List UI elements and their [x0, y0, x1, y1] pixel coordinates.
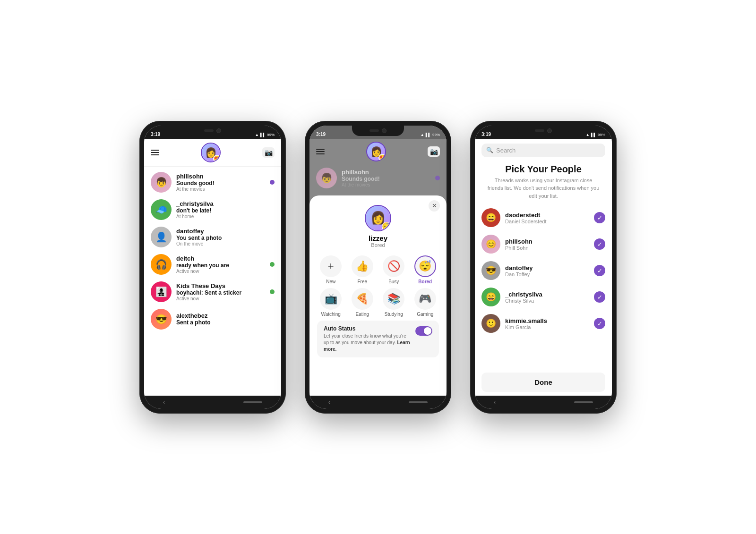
bg-msg-status: At the movies: [342, 182, 430, 187]
msg-status-1: At the movies: [176, 186, 265, 192]
person-check-1[interactable]: ✓: [594, 212, 605, 223]
status-free[interactable]: 👍 Free: [349, 255, 377, 284]
person-display-2: Phill Sohn: [505, 245, 589, 251]
back-button-3[interactable]: ‹: [494, 399, 496, 406]
status-label-gaming: Gaming: [417, 312, 433, 317]
people-item[interactable]: 😄 _christysilva Christy Silva ✓: [475, 284, 612, 310]
busy-icon: 🚫: [383, 255, 404, 277]
done-button[interactable]: Done: [481, 373, 605, 392]
modal-current-status: Bored: [371, 242, 385, 248]
status-label-eating: Eating: [356, 312, 369, 317]
status-time-2: 3:19: [316, 132, 326, 137]
header-avatar-area: 👩 😍: [201, 143, 221, 162]
msg-preview-3: You sent a photo: [176, 235, 275, 241]
auto-status-toggle[interactable]: [415, 326, 432, 336]
message-item[interactable]: 👦 phillsohn Sounds good! At the movies: [144, 169, 281, 196]
message-list: 👦 phillsohn Sounds good! At the movies 🧢…: [144, 167, 281, 396]
status-icons-1: ▲ ▌▌ 99%: [255, 133, 275, 137]
back-button[interactable]: ‹: [163, 399, 165, 406]
message-item[interactable]: 😎 alexthebez Sent a photo: [144, 305, 281, 333]
status-new[interactable]: + New: [317, 255, 345, 284]
auto-status-desc: Let your close friends know what you're …: [324, 333, 412, 353]
home-indicator[interactable]: [243, 401, 262, 403]
people-item[interactable]: 😊 phillsohn Phill Sohn ✓: [475, 231, 612, 257]
notch-camera-3: [547, 128, 552, 133]
person-avatar-1: 😄: [481, 208, 500, 227]
status-eating[interactable]: 🍕 Eating: [349, 288, 377, 317]
people-item[interactable]: 😎 dantoffey Dan Toffey ✓: [475, 257, 612, 284]
msg-name-6: alexthebez: [176, 312, 275, 319]
home-indicator-3[interactable]: [574, 401, 593, 403]
avatar-kids: 👩‍👧‍👦: [151, 281, 172, 302]
person-check-3[interactable]: ✓: [594, 265, 605, 276]
camera-button-2[interactable]: 📷: [428, 146, 440, 157]
unread-dot-1: [270, 180, 275, 185]
phone2-nav-bar: ‹: [309, 396, 447, 409]
status-bored[interactable]: 😴 Bored: [412, 255, 439, 284]
msg-name-3: dantoffey: [176, 228, 275, 235]
person-check-5[interactable]: ✓: [594, 318, 605, 329]
watching-icon: 📺: [320, 288, 342, 310]
signal-icon: ▌▌: [260, 133, 266, 137]
status-label-watching: Watching: [321, 312, 341, 317]
people-list: 😄 dsoderstedt Daniel Soderstedt ✓ 😊 phil…: [475, 200, 612, 369]
status-label-bored: Bored: [418, 279, 432, 284]
my-story-avatar[interactable]: 👩 😍: [201, 143, 221, 162]
status-gaming[interactable]: 🎮 Gaming: [412, 288, 439, 317]
battery-icon: 99%: [267, 133, 275, 137]
msg-name-4: deitch: [176, 255, 265, 262]
toggle-knob: [424, 327, 431, 335]
person-info-1: dsoderstedt Daniel Soderstedt: [505, 212, 589, 224]
active-indicator-4: [270, 262, 275, 267]
status-modal: ✕ 👩 😴 lizzey Bored + New: [309, 195, 447, 396]
status-icons-3: ▲ ▌▌ 99%: [586, 133, 605, 137]
battery-icon-3: 99%: [598, 133, 605, 137]
msg-content-4: deitch ready when you are Active now: [176, 255, 265, 274]
person-display-1: Daniel Soderstedt: [505, 219, 589, 224]
wifi-icon-2: ▲: [421, 133, 424, 137]
person-display-4: Christy Silva: [505, 298, 589, 304]
phone2-story-avatar[interactable]: 👩 😍: [366, 142, 386, 161]
status-watching[interactable]: 📺 Watching: [317, 288, 345, 317]
status-busy[interactable]: 🚫 Busy: [380, 255, 408, 284]
phone-3: 3:19 ▲ ▌▌ 99% 🔍 Search Pick Your People …: [470, 121, 617, 414]
person-check-4[interactable]: ✓: [594, 291, 605, 303]
message-item[interactable]: 🎧 deitch ready when you are Active now: [144, 251, 281, 278]
menu-button-2[interactable]: [316, 149, 325, 154]
status-icons-2: ▲ ▌▌ 99%: [421, 133, 440, 137]
home-indicator-2[interactable]: [409, 401, 428, 403]
message-item[interactable]: 🧢 _christysilva don't be late! At home: [144, 196, 281, 223]
people-item[interactable]: 🙂 kimmie.smalls Kim Garcia ✓: [475, 310, 612, 337]
phone2-header: 👩 😍 📷: [309, 139, 447, 164]
person-avatar-4: 😄: [481, 288, 500, 306]
signal-icon-2: ▌▌: [426, 133, 431, 137]
message-item[interactable]: 👩‍👧‍👦 Kids These Days boyhachi: Sent a s…: [144, 278, 281, 305]
notch-2: [352, 126, 404, 136]
phone2-screen: 👩 😍 📷 👦 phillsohn Sounds good! At the mo…: [309, 139, 447, 396]
camera-button[interactable]: 📷: [262, 147, 275, 158]
status-grid-row1: + New 👍 Free 🚫 Busy 😴 Bored: [317, 255, 439, 284]
msg-status-5: Active now: [176, 296, 265, 301]
pick-title: Pick Your People: [475, 164, 612, 175]
avatar-christysilva: 🧢: [151, 199, 172, 220]
msg-preview-1: Sounds good!: [176, 180, 265, 186]
search-icon: 🔍: [486, 147, 493, 153]
menu-button[interactable]: [151, 150, 159, 155]
person-username-4: _christysilva: [505, 291, 589, 298]
status-studying[interactable]: 📚 Studying: [380, 288, 408, 317]
msg-content-2: _christysilva don't be late! At home: [176, 200, 275, 219]
phone3-nav-bar: ‹: [475, 396, 612, 409]
search-bar[interactable]: 🔍 Search: [481, 144, 605, 157]
notch-camera-2: [382, 128, 387, 133]
modal-close-button[interactable]: ✕: [429, 200, 440, 212]
people-item[interactable]: 😄 dsoderstedt Daniel Soderstedt ✓: [475, 204, 612, 231]
wifi-icon: ▲: [255, 133, 259, 137]
message-item[interactable]: 👤 dantoffey You sent a photo On the move: [144, 223, 281, 251]
modal-status-emoji: 😴: [382, 222, 391, 231]
msg-content-1: phillsohn Sounds good! At the movies: [176, 173, 265, 192]
person-check-2[interactable]: ✓: [594, 238, 605, 250]
search-placeholder: Search: [496, 147, 515, 154]
person-avatar-5: 🙂: [481, 314, 500, 333]
back-button-2[interactable]: ‹: [328, 399, 330, 406]
status-time-1: 3:19: [151, 132, 160, 137]
